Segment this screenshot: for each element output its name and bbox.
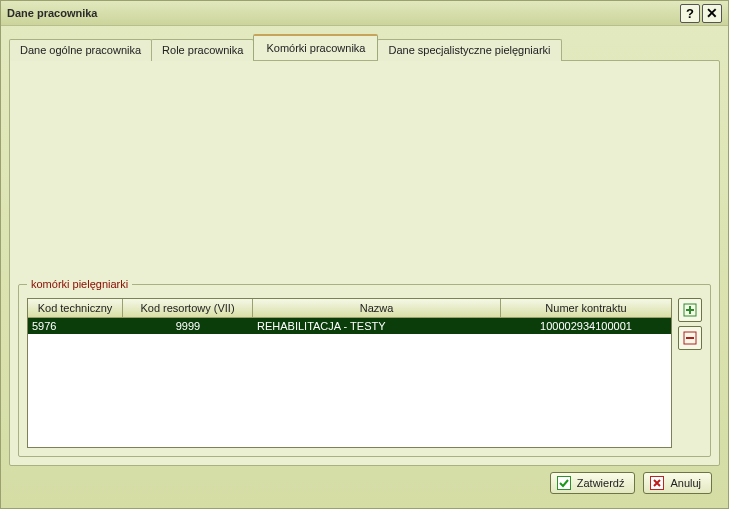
cancel-button[interactable]: Anuluj	[643, 472, 712, 494]
tab-nurse-specialist[interactable]: Dane specjalistyczne pielęgniarki	[377, 39, 561, 61]
cross-icon	[650, 476, 664, 490]
col-kod-techniczny[interactable]: Kod techniczny	[28, 299, 123, 317]
dialog-footer: Zatwierdź Anuluj	[9, 466, 720, 502]
fieldset-legend: komórki pielęgniarki	[27, 278, 132, 290]
grid-side-buttons	[678, 298, 702, 350]
confirm-label: Zatwierdź	[577, 477, 625, 489]
confirm-button[interactable]: Zatwierdź	[550, 472, 636, 494]
window-body: Dane ogólne pracownika Role pracownika K…	[1, 26, 728, 508]
help-button[interactable]: ?	[680, 4, 700, 23]
check-icon	[557, 476, 571, 490]
grid-header: Kod techniczny Kod resortowy (VII) Nazwa…	[28, 299, 671, 318]
cells-grid[interactable]: Kod techniczny Kod resortowy (VII) Nazwa…	[27, 298, 672, 448]
cell-nazwa: REHABILITACJA - TESTY	[253, 318, 501, 334]
minus-icon	[683, 331, 697, 345]
title-bar: Dane pracownika ? ✕	[1, 1, 728, 26]
svg-rect-5	[557, 477, 570, 490]
svg-rect-2	[686, 309, 694, 311]
svg-rect-4	[686, 337, 694, 339]
add-row-button[interactable]	[678, 298, 702, 322]
cancel-label: Anuluj	[670, 477, 701, 489]
tab-cells[interactable]: Komórki pracownika	[253, 34, 378, 60]
col-nazwa[interactable]: Nazwa	[253, 299, 501, 317]
plus-icon	[683, 303, 697, 317]
close-button[interactable]: ✕	[702, 4, 722, 23]
grid-body: 5976 9999 REHABILITACJA - TESTY 10000293…	[28, 318, 671, 447]
tabstrip: Dane ogólne pracownika Role pracownika K…	[9, 34, 720, 60]
col-kod-resortowy[interactable]: Kod resortowy (VII)	[123, 299, 253, 317]
grid-zone: Kod techniczny Kod resortowy (VII) Nazwa…	[27, 298, 702, 448]
window-title: Dane pracownika	[7, 7, 678, 19]
tab-roles[interactable]: Role pracownika	[151, 39, 254, 61]
tab-panel-cells: komórki pielęgniarki Kod techniczny Kod …	[9, 60, 720, 466]
cell-kod-resortowy: 9999	[123, 318, 253, 334]
cell-kod-techniczny: 5976	[28, 318, 123, 334]
remove-row-button[interactable]	[678, 326, 702, 350]
cell-numer-kontraktu: 100002934100001	[501, 318, 671, 334]
nurse-cells-fieldset: komórki pielęgniarki Kod techniczny Kod …	[18, 278, 711, 457]
table-row[interactable]: 5976 9999 REHABILITACJA - TESTY 10000293…	[28, 318, 671, 334]
dialog-window: { "title":"Dane pracownika", "tabs":{ "t…	[0, 0, 729, 509]
empty-area	[18, 69, 711, 278]
tab-general[interactable]: Dane ogólne pracownika	[9, 39, 152, 61]
col-numer-kontraktu[interactable]: Numer kontraktu	[501, 299, 671, 317]
